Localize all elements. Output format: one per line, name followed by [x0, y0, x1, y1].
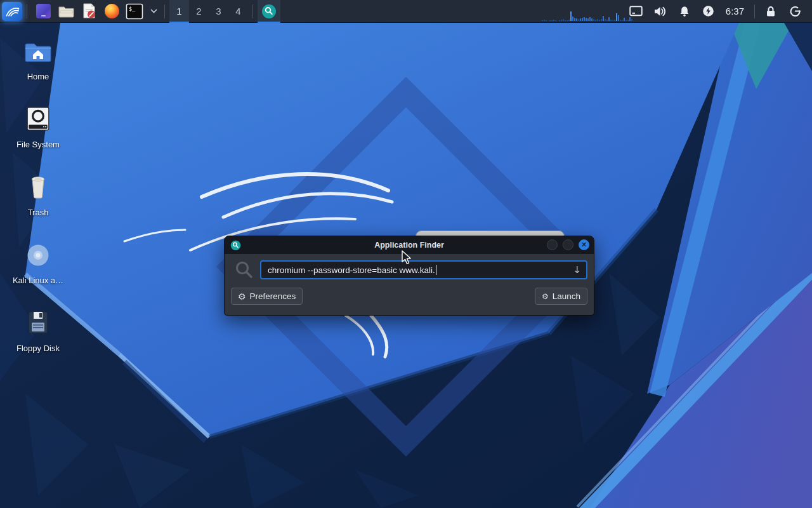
command-input-text: chromium --password-store=basic www.kali… [268, 265, 435, 275]
panel-separator [252, 4, 253, 18]
preferences-button-label: Preferences [250, 291, 296, 301]
kali-dragon-icon [4, 4, 20, 19]
maximize-button[interactable] [563, 239, 573, 250]
power-manager-icon[interactable] [702, 0, 716, 23]
desktop-icon-floppy-disk[interactable]: Floppy Disk [5, 302, 71, 369]
dropdown-arrow-icon[interactable]: ↓ [568, 264, 581, 276]
launch-gear-icon: ⚙ [542, 292, 549, 301]
panel-separator [754, 4, 755, 18]
command-input[interactable]: chromium --password-store=basic www.kali… [260, 260, 587, 279]
application-finder-window: Application Finder ✕ chromium --password… [224, 236, 594, 316]
file-manager-icon [58, 3, 75, 20]
svg-text:$_: $_ [129, 5, 136, 11]
clock[interactable]: 6:37 [726, 6, 744, 17]
app-finder-icon [230, 240, 241, 251]
firefox-icon [103, 3, 121, 20]
desktop-icon-label: Kali Linux a… [13, 276, 63, 285]
desktop-icon-kali-cdrom[interactable]: Kali Linux a… [5, 234, 71, 301]
trash-icon [25, 174, 51, 201]
workspace-button-2[interactable]: 2 [189, 0, 209, 23]
filesystem-drive-icon [25, 106, 51, 133]
desktop-icon-file-system[interactable]: File System [5, 98, 71, 165]
launcher-desktop-app[interactable] [33, 1, 53, 22]
workspace-button-4[interactable]: 4 [228, 0, 248, 23]
dialog-body: chromium --password-store=basic www.kali… [225, 254, 594, 305]
chevron-down-icon [150, 9, 157, 13]
desktop-icon-home[interactable]: Home [5, 30, 71, 97]
minimize-button[interactable] [547, 239, 558, 250]
preferences-button[interactable]: ⚙ Preferences [231, 288, 303, 305]
home-folder-icon [23, 39, 53, 64]
desktop-icon-label: Home [27, 72, 49, 81]
optical-disc-icon [24, 241, 52, 269]
workspace-button-1[interactable]: 1 [169, 0, 189, 23]
terminal-dropdown-button[interactable] [148, 1, 159, 22]
logout-icon[interactable] [788, 0, 802, 23]
launcher-text-editor[interactable] [79, 1, 99, 22]
launcher-firefox[interactable] [102, 1, 122, 22]
top-panel: $_ 1 2 3 4 [0, 0, 812, 23]
desktop-icon-label: Trash [28, 208, 49, 217]
text-caret [436, 265, 437, 275]
desktop-icon-list: Home File System Trash [5, 30, 71, 370]
gear-icon: ⚙ [238, 291, 246, 302]
system-tray: 6:37 [542, 0, 812, 23]
panel-separator [164, 4, 165, 18]
close-button[interactable]: ✕ [579, 239, 589, 250]
lock-icon[interactable] [764, 0, 778, 23]
desktop-icon-trash[interactable]: Trash [5, 166, 71, 233]
desktop-purple-icon [35, 3, 52, 20]
desktop-screen: $_ 1 2 3 4 [0, 0, 812, 508]
launcher-file-manager[interactable] [56, 1, 76, 22]
dialog-title: Application Finder [225, 241, 594, 250]
taskbar-application-finder[interactable] [258, 0, 280, 23]
search-icon [235, 260, 254, 279]
app-finder-icon [261, 4, 277, 19]
launcher-terminal[interactable]: $_ [124, 1, 145, 22]
system-monitor-graph[interactable] [542, 0, 618, 23]
display-icon[interactable] [629, 0, 643, 23]
workspace-button-3[interactable]: 3 [209, 0, 228, 23]
dialog-titlebar[interactable]: Application Finder ✕ [225, 236, 594, 254]
terminal-icon: $_ [126, 3, 143, 20]
text-editor-icon [81, 3, 98, 20]
desktop-icon-label: Floppy Disk [16, 344, 60, 353]
desktop-icon-label: File System [16, 140, 60, 149]
panel-separator [27, 4, 27, 18]
applications-menu-button[interactable] [2, 2, 22, 21]
volume-icon[interactable] [653, 0, 667, 23]
launch-button[interactable]: ⚙ Launch [535, 288, 587, 305]
launch-button-label: Launch [553, 291, 580, 301]
floppy-disk-icon [25, 310, 51, 337]
notifications-icon[interactable] [678, 0, 691, 23]
